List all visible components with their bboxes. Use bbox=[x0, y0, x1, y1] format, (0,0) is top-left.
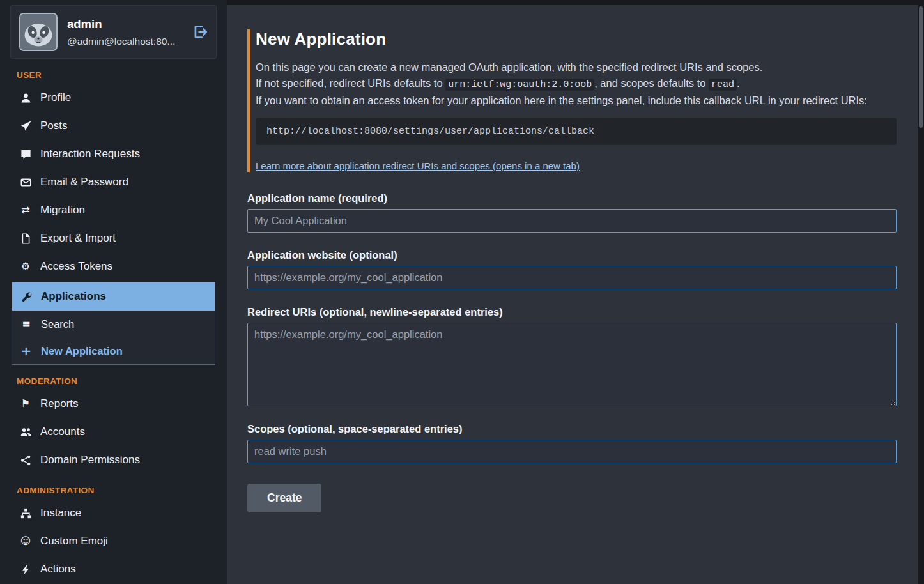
sidebar-item-label: Instance bbox=[40, 506, 81, 520]
sidebar-item-label: Migration bbox=[40, 203, 85, 217]
paper-plane-icon bbox=[19, 121, 32, 132]
redirect-uris-label: Redirect URIs (optional, newline-separat… bbox=[247, 306, 897, 318]
sidebar-item-label: Accounts bbox=[40, 425, 85, 439]
sidebar-item-migration[interactable]: ⇄ Migration bbox=[0, 196, 227, 224]
sitemap-icon bbox=[19, 508, 32, 519]
user-handle: @admin@localhost:80... bbox=[67, 36, 179, 47]
smiley-icon: ☺ bbox=[19, 534, 32, 548]
intro-section: New Application On this page you can cre… bbox=[247, 29, 897, 172]
intro-line-2-post: . bbox=[737, 77, 740, 89]
sidebar-item-label: Posts bbox=[40, 119, 68, 133]
application-website-field: Application website (optional) bbox=[247, 249, 897, 289]
sidebar-item-label: Actions bbox=[40, 562, 76, 576]
sidebar-item-label: Reports bbox=[40, 397, 79, 411]
file-export-icon bbox=[19, 233, 32, 244]
sidebar-item-label: Profile bbox=[40, 91, 71, 105]
application-name-input[interactable] bbox=[247, 209, 897, 233]
envelope-icon bbox=[19, 177, 32, 188]
sidebar-item-accounts[interactable]: Accounts bbox=[0, 418, 227, 446]
user-name: admin bbox=[67, 17, 102, 31]
oob-uri-code: urn:ietf:wg:oauth:2.0:oob bbox=[445, 79, 594, 91]
intro-line-2-mid: , and scopes defaults to bbox=[594, 77, 709, 89]
sidebar-item-actions[interactable]: Actions bbox=[0, 555, 227, 583]
user-card[interactable]: admin @admin@localhost:80... bbox=[10, 5, 217, 59]
comment-icon bbox=[19, 149, 32, 160]
avatar bbox=[19, 13, 58, 51]
applications-nav-group: Applications ≡ Search + New Application bbox=[12, 282, 215, 365]
scopes-input[interactable] bbox=[247, 440, 897, 463]
page-title: New Application bbox=[256, 29, 897, 49]
sidebar-item-custom-emoji[interactable]: ☺ Custom Emoji bbox=[0, 527, 227, 555]
scrollbar-thumb[interactable] bbox=[919, 6, 923, 128]
users-icon bbox=[19, 427, 32, 438]
sidebar-item-export-import[interactable]: Export & Import bbox=[0, 224, 227, 252]
intro-line-2: If not specified, redirect URIs defaults… bbox=[256, 75, 897, 93]
gear-icon: ⚙ bbox=[19, 259, 32, 273]
sidebar-item-reports[interactable]: ⚑ Reports bbox=[0, 390, 227, 418]
intro-line-2-pre: If not specified, redirect URIs defaults… bbox=[256, 77, 445, 89]
plus-icon: + bbox=[20, 344, 33, 358]
application-name-label: Application name (required) bbox=[247, 192, 897, 204]
sidebar-item-label: Applications bbox=[41, 289, 106, 304]
sidebar-item-interaction-requests[interactable]: Interaction Requests bbox=[0, 140, 227, 168]
sidebar-item-applications[interactable]: Applications bbox=[12, 282, 215, 311]
sidebar: admin @admin@localhost:80... USER Profil… bbox=[0, 0, 227, 584]
read-scope-code: read bbox=[709, 79, 737, 91]
create-button[interactable]: Create bbox=[247, 484, 321, 512]
sidebar-item-instance[interactable]: Instance bbox=[0, 499, 227, 527]
redirect-uris-field: Redirect URIs (optional, newline-separat… bbox=[247, 306, 897, 406]
wrench-icon bbox=[20, 291, 33, 302]
intro-line-3: If you want to obtain an access token fo… bbox=[256, 93, 897, 109]
application-name-field: Application name (required) bbox=[247, 192, 897, 233]
redirect-uris-textarea[interactable] bbox=[247, 323, 897, 406]
arrows-left-right-icon: ⇄ bbox=[19, 203, 32, 217]
user-meta: admin @admin@localhost:80... bbox=[67, 17, 179, 47]
sidebar-item-label: Email & Password bbox=[40, 175, 128, 189]
sidebar-item-label: Access Tokens bbox=[40, 259, 112, 273]
section-header-moderation: MODERATION bbox=[17, 376, 217, 386]
flag-icon: ⚑ bbox=[19, 397, 32, 411]
docs-link[interactable]: Learn more about application redirect UR… bbox=[256, 160, 580, 171]
sidebar-item-label: Export & Import bbox=[40, 231, 116, 245]
application-website-label: Application website (optional) bbox=[247, 249, 897, 261]
bolt-icon bbox=[19, 564, 32, 575]
application-website-input[interactable] bbox=[247, 266, 897, 289]
section-header-administration: ADMINISTRATION bbox=[17, 486, 217, 495]
sidebar-item-label: New Application bbox=[41, 344, 123, 358]
share-nodes-icon bbox=[19, 455, 32, 466]
scopes-field: Scopes (optional, space-separated entrie… bbox=[247, 423, 897, 463]
list-icon: ≡ bbox=[20, 317, 33, 331]
person-icon bbox=[19, 93, 32, 104]
sidebar-item-label: Interaction Requests bbox=[40, 147, 140, 161]
callback-url: http://localhost:8080/settings/user/appl… bbox=[256, 118, 897, 145]
new-application-form: Application name (required) Application … bbox=[247, 192, 897, 512]
sidebar-item-label: Search bbox=[41, 317, 74, 331]
sidebar-item-label: Domain Permissions bbox=[40, 453, 140, 467]
section-header-user: USER bbox=[17, 70, 217, 80]
sidebar-item-access-tokens[interactable]: ⚙ Access Tokens bbox=[0, 252, 227, 280]
sidebar-item-profile[interactable]: Profile bbox=[0, 84, 227, 112]
sloth-avatar bbox=[20, 14, 56, 50]
sidebar-subitem-search[interactable]: ≡ Search bbox=[12, 311, 215, 337]
intro-line-1: On this page you can create a new manage… bbox=[256, 59, 897, 75]
sidebar-item-label: Custom Emoji bbox=[40, 534, 108, 548]
sidebar-item-posts[interactable]: Posts bbox=[0, 112, 227, 140]
sidebar-item-email-password[interactable]: Email & Password bbox=[0, 168, 227, 196]
sidebar-item-domain-permissions[interactable]: Domain Permissions bbox=[0, 446, 227, 474]
main-panel: New Application On this page you can cre… bbox=[227, 5, 918, 584]
sidebar-subitem-new-application[interactable]: + New Application bbox=[12, 337, 215, 364]
logout-icon[interactable] bbox=[192, 24, 208, 40]
scopes-label: Scopes (optional, space-separated entrie… bbox=[247, 423, 897, 435]
